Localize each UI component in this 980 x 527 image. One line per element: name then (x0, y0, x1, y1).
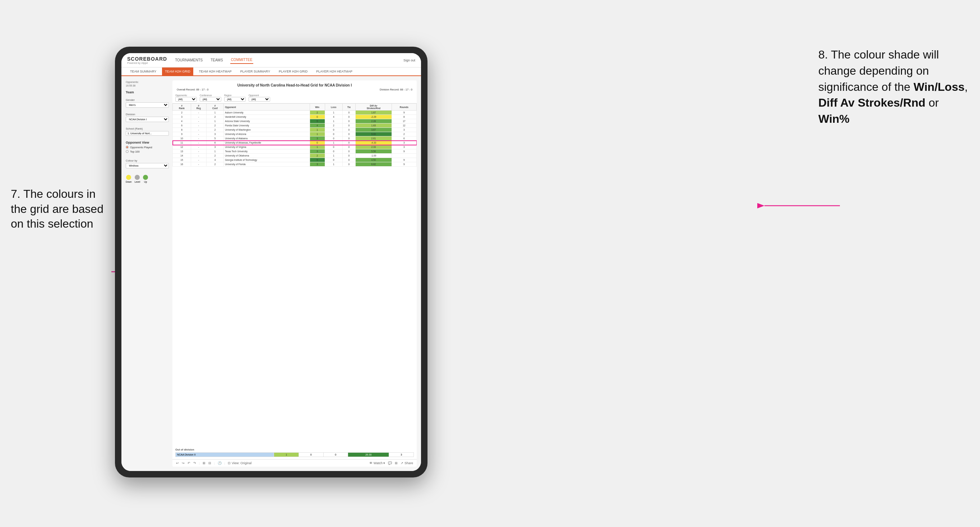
nav-tournaments[interactable]: TOURNAMENTS (174, 57, 203, 63)
main-content: Opponents: 16:55:38 Team Gender Men's Di… (121, 76, 421, 471)
logo-sub: Powered by clippd (127, 62, 167, 64)
arrow-right (761, 200, 840, 211)
col-rounds: Rounds (391, 104, 416, 111)
filter-opponents: Opponents: (All) (175, 94, 197, 102)
table-row: 8 - 2 University of Washington 1 0 0 3.6… (173, 128, 417, 132)
radio-top-100[interactable]: Top 100 (126, 150, 169, 153)
out-of-division-section: Out of division NCAA Division II 1 0 0 2… (172, 447, 417, 459)
last-updated: Opponents: 16:55:38 (126, 80, 169, 87)
opponents-label: Opponents: (175, 94, 197, 97)
table-row: 9 - 3 University of Arizona 1 0 0 9.00 2 (173, 132, 417, 137)
legend-dot-up (143, 175, 148, 180)
nav-teams[interactable]: TEAMS (210, 57, 223, 63)
radio-dot-opponents-played (126, 146, 129, 149)
toolbar-copy[interactable]: ⊞ (203, 461, 205, 465)
opponents-select[interactable]: (All) (175, 97, 197, 102)
colour-by-section: Colour by Win/loss (126, 159, 169, 170)
nav-items: TOURNAMENTS TEAMS COMMITTEE (174, 56, 396, 64)
h2h-table: #Rank #Reg #Conf Opponent Win Loss Tie D… (172, 103, 417, 167)
school-rank-label: School (Rank) (126, 127, 169, 130)
tablet-device: SCOREBOARD Powered by clippd TOURNAMENTS… (115, 47, 428, 478)
nav-committee[interactable]: COMMITTEE (230, 56, 253, 64)
table-row: 11 - 6 University of Arkansas, Fayettevi… (173, 141, 417, 145)
bottom-toolbar: ↩ ↪ ↶ ↷ | ⊞ ⊟ | 🕐 | ⊡ View: Original 👁 W… (172, 459, 417, 467)
toolbar-paste[interactable]: ⊟ (208, 461, 211, 465)
sub-nav-team-h2h-grid[interactable]: TEAM H2H GRID (162, 67, 193, 75)
division-section: Division NCAA Division I (126, 113, 169, 124)
table-row: 10 - 5 University of Alabama 3 0 0 2.61 … (173, 137, 417, 141)
annotation-right: 8. The colour shade will change dependin… (818, 47, 969, 127)
filter-conference: Conference (All) (200, 94, 221, 102)
out-of-division-table: NCAA Division II 1 0 0 26.00 3 (175, 452, 414, 457)
region-select[interactable]: (All) (224, 97, 246, 102)
expand-button[interactable]: ⊞ (395, 461, 398, 465)
legend-down: Down (126, 175, 132, 183)
colour-by-label: Colour by (126, 159, 169, 162)
opponent-view-label: Opponent View (126, 141, 169, 144)
table-row: 12 - 3 University of Virginia 1 0 0 2.33… (173, 145, 417, 149)
gender-select[interactable]: Men's (126, 102, 169, 108)
feedback-button[interactable]: 💬 (388, 461, 392, 465)
col-rank: #Rank (173, 104, 191, 111)
out-of-division-title: Out of division (175, 448, 414, 451)
opponent-view-section: Opponent View Opponents Played Top 100 (126, 141, 169, 156)
share-button[interactable]: ↗ Share (401, 461, 413, 465)
division-record: Division Record: 88 - 17 - 0 (380, 88, 412, 91)
col-conf: #Conf (206, 104, 223, 111)
toolbar-back[interactable]: ↶ (188, 461, 190, 465)
opponent-select[interactable]: (All) (248, 97, 270, 102)
division-select[interactable]: NCAA Division I (126, 117, 169, 122)
region-label: Region (224, 94, 246, 97)
toolbar-sep1: | (199, 462, 200, 465)
conference-select[interactable]: (All) (200, 97, 221, 102)
sub-nav-player-h2h-grid[interactable]: PLAYER H2H GRID (276, 67, 310, 75)
toolbar-forward[interactable]: ↷ (193, 461, 196, 465)
sub-nav-team-h2h-heatmap[interactable]: TEAM H2H HEATMAP (196, 67, 235, 75)
grid-records: Overall Record: 89 - 17 - 0 Division Rec… (172, 88, 417, 93)
grid-panel: University of North Carolina Head-to-Hea… (172, 80, 417, 467)
sub-nav-player-summary[interactable]: PLAYER SUMMARY (237, 67, 273, 75)
app-header: SCOREBOARD Powered by clippd TOURNAMENTS… (121, 53, 421, 67)
division-label: Division (126, 113, 169, 116)
data-table: #Rank #Reg #Conf Opponent Win Loss Tie D… (172, 103, 417, 447)
toolbar-clock[interactable]: 🕐 (218, 461, 222, 465)
gender-label: Gender (126, 98, 169, 102)
table-row: 2 - 1 Auburn University 2 1 0 1.67 9 (173, 111, 417, 115)
table-row: 14 - 2 University of Oklahoma 2 1 0 -1.0… (173, 154, 417, 158)
radio-dot-top-100 (126, 150, 129, 153)
logo-area: SCOREBOARD Powered by clippd (127, 56, 167, 64)
table-row: 6 - 2 Florida State University 4 2 0 1.8… (173, 124, 417, 128)
annotation-left: 7. The colours in the grid are based on … (11, 187, 111, 232)
team-label: Team (126, 90, 169, 94)
sub-nav-team-summary[interactable]: TEAM SUMMARY (127, 67, 159, 75)
out-of-division-row: NCAA Division II 1 0 0 26.00 3 (176, 453, 414, 457)
overall-record: Overall Record: 89 - 17 - 0 (177, 88, 208, 91)
annotation-left-number: 7. (11, 187, 21, 200)
col-win: Win (310, 104, 325, 111)
col-tie: Tie (342, 104, 355, 111)
school-rank-input[interactable] (126, 131, 169, 136)
toolbar-redo[interactable]: ↪ (182, 461, 185, 465)
view-original-button[interactable]: ⊡ View: Original (228, 461, 251, 465)
col-loss: Loss (325, 104, 342, 111)
colour-by-select[interactable]: Win/loss (126, 163, 169, 168)
conference-label: Conference (200, 94, 221, 97)
table-row: 16 - 2 University of Florida 3 1 0 6.62 … (173, 162, 417, 167)
sign-out-link[interactable]: Sign out (403, 59, 415, 62)
toolbar-undo[interactable]: ↩ (176, 461, 179, 465)
sub-nav: TEAM SUMMARY TEAM H2H GRID TEAM H2H HEAT… (121, 67, 421, 76)
tablet-screen: SCOREBOARD Powered by clippd TOURNAMENTS… (121, 53, 421, 471)
gender-section: Gender Men's (126, 98, 169, 110)
col-opponent: Opponent (224, 104, 310, 111)
colour-legend: Down Level Up (126, 175, 169, 183)
opponent-view-radio-group: Opponents Played Top 100 (126, 146, 169, 153)
col-diff: Diff AvStrokes/Rnd (355, 104, 391, 111)
left-panel: Opponents: 16:55:38 Team Gender Men's Di… (126, 80, 169, 467)
table-row: 15 - 4 Georgia Institute of Technology 5… (173, 158, 417, 162)
radio-opponents-played[interactable]: Opponents Played (126, 146, 169, 149)
sub-nav-player-h2h-heatmap[interactable]: PLAYER H2H HEATMAP (313, 67, 355, 75)
watch-button[interactable]: 👁 Watch ▾ (369, 461, 385, 465)
school-rank-section: School (Rank) (126, 127, 169, 138)
table-row: 3 - 2 Vanderbilt University 0 4 0 -2.29 … (173, 115, 417, 119)
team-section: Team (126, 90, 169, 95)
